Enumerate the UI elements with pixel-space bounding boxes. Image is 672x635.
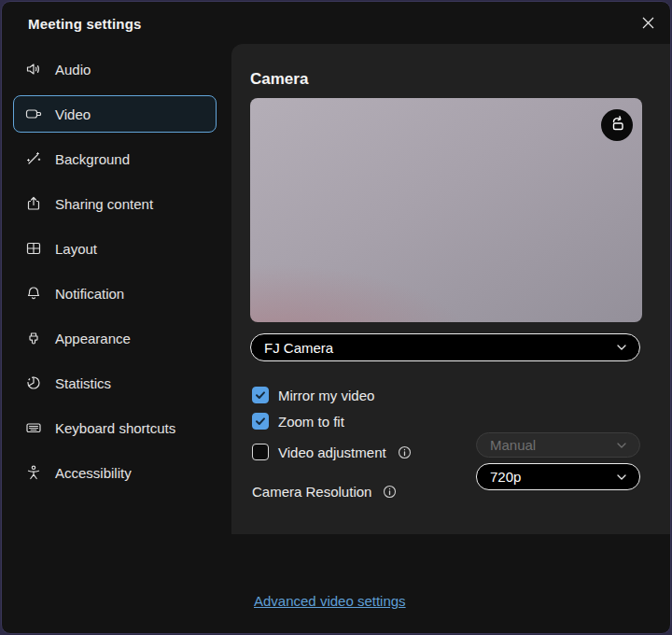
zoom-to-fit-row[interactable]: Zoom to fit — [252, 408, 671, 434]
sidebar-item-layout[interactable]: Layout — [13, 230, 217, 267]
grid-icon — [25, 240, 42, 257]
info-icon[interactable] — [383, 485, 397, 499]
sidebar-item-video[interactable]: Video — [13, 95, 217, 133]
speaker-icon — [25, 61, 42, 78]
mirror-my-video-checkbox[interactable] — [252, 387, 269, 403]
check-icon — [255, 389, 266, 401]
camera-device-select[interactable]: FJ Camera — [250, 333, 640, 361]
sidebar-item-background[interactable]: Background — [13, 140, 217, 177]
video-adjustment-select[interactable]: Manual — [476, 432, 640, 458]
sidebar-item-label: Sharing content — [55, 196, 153, 212]
sidebar-item-label: Layout — [55, 241, 97, 257]
rotate-camera-button[interactable] — [601, 109, 633, 141]
sidebar-item-notification[interactable]: Notification — [13, 275, 217, 312]
paintbrush-icon — [25, 330, 42, 346]
chevron-down-icon — [615, 471, 628, 484]
info-icon[interactable] — [398, 445, 412, 459]
camera-preview — [250, 98, 642, 322]
close-icon — [641, 16, 655, 34]
meeting-settings-dialog: Meeting settings Audio Video — [1, 1, 671, 634]
sidebar-item-keyboard-shortcuts[interactable]: Keyboard shortcuts — [13, 409, 217, 446]
video-adjustment-checkbox[interactable] — [252, 444, 269, 460]
sidebar-item-accessibility[interactable]: Accessibility — [13, 454, 217, 491]
camera-resolution-select[interactable]: 720p — [476, 463, 640, 490]
camera-resolution-label: Camera Resolution — [252, 484, 371, 500]
close-button[interactable] — [637, 13, 659, 35]
sidebar-item-label: Video — [55, 106, 91, 122]
zoom-to-fit-label: Zoom to fit — [278, 414, 344, 430]
video-adjustment-select-value: Manual — [490, 437, 536, 453]
chevron-down-icon — [615, 341, 628, 354]
sidebar-item-appearance[interactable]: Appearance — [13, 319, 217, 357]
zoom-to-fit-checkbox[interactable] — [252, 413, 269, 430]
chevron-down-icon — [615, 439, 628, 452]
mirror-my-video-row[interactable]: Mirror my video — [252, 382, 671, 408]
sidebar-item-label: Background — [55, 151, 130, 167]
sidebar-item-label: Accessibility — [55, 465, 132, 481]
sidebar-item-label: Keyboard shortcuts — [55, 420, 175, 436]
rotate-camera-icon — [608, 114, 626, 136]
pie-chart-icon — [25, 374, 42, 391]
check-icon — [255, 416, 266, 427]
mirror-my-video-label: Mirror my video — [278, 388, 374, 403]
sidebar-item-label: Notification — [55, 286, 124, 302]
dialog-title: Meeting settings — [28, 16, 142, 32]
sidebar-item-label: Appearance — [55, 331, 131, 346]
camera-resolution-select-value: 720p — [490, 469, 521, 485]
panel-heading: Camera — [250, 70, 308, 89]
camera-device-value: FJ Camera — [264, 340, 333, 356]
sidebar-item-statistics[interactable]: Statistics — [13, 364, 217, 402]
magic-wand-icon — [25, 150, 42, 167]
bell-icon — [25, 285, 42, 302]
video-adjustment-label: Video adjustment — [278, 444, 386, 460]
keyboard-icon — [25, 419, 42, 436]
video-camera-icon — [25, 106, 42, 122]
sidebar-item-audio[interactable]: Audio — [13, 50, 217, 88]
camera-settings-panel: Camera FJ Camera — [231, 44, 670, 534]
sidebar-item-sharing-content[interactable]: Sharing content — [13, 185, 217, 222]
share-icon — [25, 195, 42, 212]
sidebar-item-label: Statistics — [55, 375, 111, 391]
sidebar-item-label: Audio — [55, 62, 91, 78]
advanced-video-settings-link[interactable]: Advanced video settings — [254, 593, 406, 609]
person-icon — [25, 464, 42, 481]
sidebar: Audio Video Background — [2, 50, 231, 491]
